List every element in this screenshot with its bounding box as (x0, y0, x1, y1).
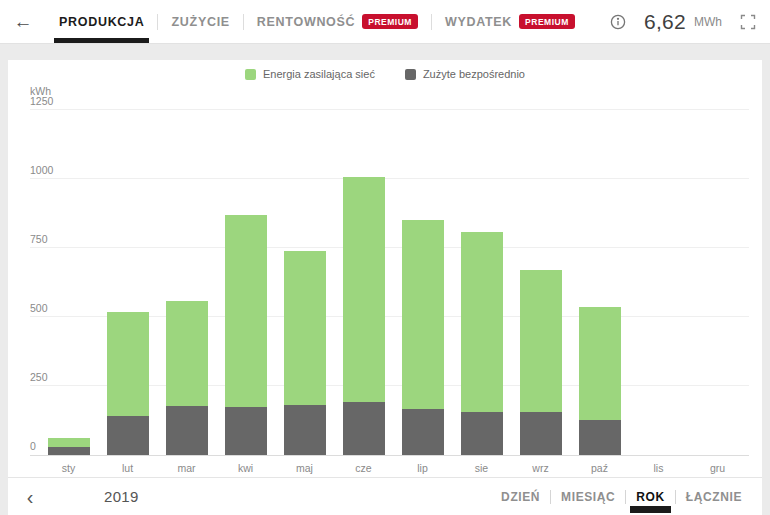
bar-slot-kwi (216, 111, 275, 455)
previous-year-button[interactable]: ‹ (8, 487, 52, 507)
total-production-value: 6,62 (644, 10, 686, 34)
bar-segment-grid[interactable] (166, 301, 208, 406)
bar-segment-direct[interactable] (343, 402, 385, 455)
period-tab-label: ROK (636, 490, 664, 504)
bar-slot-lip (393, 111, 452, 455)
bar-slot-paź (570, 111, 629, 455)
bars-row (39, 111, 747, 455)
back-arrow-icon: ← (14, 11, 33, 33)
period-tab-miesiąc[interactable]: MIESIĄC (551, 478, 625, 515)
tab-produkcja[interactable]: PRODUKCJA (46, 0, 157, 43)
info-icon[interactable] (610, 14, 626, 30)
legend-item: Zużyte bezpośrednio (405, 68, 525, 80)
bar-segment-direct[interactable] (48, 447, 90, 455)
legend-swatch-icon (405, 69, 416, 80)
bar-lip[interactable] (402, 220, 444, 455)
x-axis-label-lut: lut (98, 462, 157, 474)
y-axis-tick-label: 0 (30, 440, 36, 452)
x-axis-label-kwi: kwi (216, 462, 275, 474)
bar-segment-grid[interactable] (284, 251, 326, 405)
bar-segment-direct[interactable] (284, 405, 326, 455)
legend-label: Zużyte bezpośrednio (423, 68, 525, 80)
period-tab-łącznie[interactable]: ŁĄCZNIE (676, 478, 752, 515)
bar-kwi[interactable] (225, 215, 267, 455)
bar-slot-sie (452, 111, 511, 455)
fullscreen-icon[interactable] (740, 14, 756, 30)
bar-slot-wrz (511, 111, 570, 455)
bar-segment-grid[interactable] (343, 177, 385, 402)
bar-segment-direct[interactable] (402, 409, 444, 455)
period-tab-label: ŁĄCZNIE (686, 490, 742, 504)
period-tab-rok[interactable]: ROK (626, 478, 674, 515)
x-axis-label-maj: maj (275, 462, 334, 474)
premium-badge: PREMIUM (362, 14, 418, 29)
bar-segment-direct[interactable] (225, 407, 267, 455)
bar-segment-grid[interactable] (461, 232, 503, 412)
bar-segment-grid[interactable] (402, 220, 444, 409)
top-bar: ← PRODUKCJAZUŻYCIERENTOWNOŚĆPREMIUMWYDAT… (0, 0, 770, 44)
legend-label: Energia zasilająca sieć (263, 68, 375, 80)
tab-zużycie[interactable]: ZUŻYCIE (158, 0, 242, 43)
main-tabs: PRODUKCJAZUŻYCIERENTOWNOŚĆPREMIUMWYDATEK… (46, 0, 588, 43)
bar-sty[interactable] (48, 438, 90, 455)
x-axis-label-mar: mar (157, 462, 216, 474)
bar-slot-sty (39, 111, 98, 455)
total-production-unit: MWh (694, 15, 722, 29)
bar-slot-maj (275, 111, 334, 455)
bar-segment-direct[interactable] (107, 416, 149, 455)
bar-segment-grid[interactable] (579, 307, 621, 420)
x-axis-labels: stylutmarkwimajczelipsiewrzpaźlisgru (39, 462, 747, 474)
bar-slot-lis (629, 111, 688, 455)
chevron-left-icon: ‹ (27, 486, 34, 508)
tab-label: ZUŻYCIE (171, 15, 229, 29)
chart-card: Energia zasilająca siećZużyte bezpośredn… (8, 60, 762, 515)
x-axis-label-sie: sie (452, 462, 511, 474)
bar-lut[interactable] (107, 312, 149, 455)
period-tab-label: MIESIĄC (561, 490, 615, 504)
chart-footer: ‹ 2019 DZIEŃMIESIĄCROKŁĄCZNIE (8, 477, 762, 515)
period-tab-label: DZIEŃ (501, 490, 540, 504)
tab-wydatek[interactable]: WYDATEKPREMIUM (432, 0, 588, 43)
tab-label: WYDATEK (445, 15, 512, 29)
bar-cze[interactable] (343, 177, 385, 455)
bar-slot-lut (98, 111, 157, 455)
legend-item: Energia zasilająca sieć (245, 68, 375, 80)
bar-paź[interactable] (579, 307, 621, 455)
legend-swatch-icon (245, 69, 256, 80)
period-tab-dzień[interactable]: DZIEŃ (491, 478, 550, 515)
bar-segment-grid[interactable] (225, 215, 267, 407)
bar-maj[interactable] (284, 251, 326, 455)
year-label: 2019 (104, 488, 139, 505)
bar-wrz[interactable] (520, 270, 562, 455)
period-tabs: DZIEŃMIESIĄCROKŁĄCZNIE (491, 478, 762, 515)
bar-segment-grid[interactable] (520, 270, 562, 412)
x-axis-label-lis: lis (629, 462, 688, 474)
bar-segment-direct[interactable] (520, 412, 562, 455)
bar-segment-direct[interactable] (166, 406, 208, 455)
bar-segment-grid[interactable] (48, 438, 90, 447)
bar-segment-direct[interactable] (579, 420, 621, 455)
x-axis-label-cze: cze (334, 462, 393, 474)
bar-sie[interactable] (461, 232, 503, 455)
bar-segment-grid[interactable] (107, 312, 149, 416)
back-button[interactable]: ← (0, 0, 46, 43)
header-metrics: 6,62 MWh (610, 0, 770, 43)
plot-area: 025050075010001250 (30, 111, 749, 456)
bar-slot-gru (688, 111, 747, 455)
x-axis-label-gru: gru (688, 462, 747, 474)
x-axis-label-lip: lip (393, 462, 452, 474)
gridline (30, 109, 749, 110)
tab-rentowność[interactable]: RENTOWNOŚĆPREMIUM (244, 0, 431, 43)
tab-label: PRODUKCJA (59, 15, 144, 29)
y-axis-tick-label: 1250 (30, 95, 53, 107)
premium-badge: PREMIUM (519, 14, 575, 29)
x-axis-label-sty: sty (39, 462, 98, 474)
bar-slot-mar (157, 111, 216, 455)
x-axis-label-wrz: wrz (511, 462, 570, 474)
chart-legend: Energia zasilająca siećZużyte bezpośredn… (8, 68, 762, 80)
x-axis-label-paź: paź (570, 462, 629, 474)
tab-label: RENTOWNOŚĆ (257, 15, 355, 29)
bar-mar[interactable] (166, 301, 208, 455)
bar-segment-direct[interactable] (461, 412, 503, 455)
bar-slot-cze (334, 111, 393, 455)
